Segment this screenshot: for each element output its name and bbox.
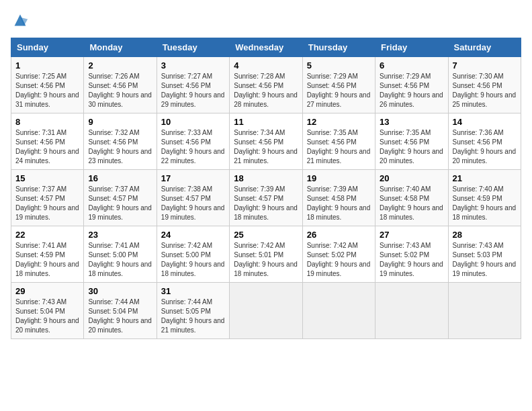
day-info: Sunrise: 7:32 AMSunset: 4:56 PMDaylight:… xyxy=(88,129,152,165)
calendar-body: 1 Sunrise: 7:25 AMSunset: 4:56 PMDayligh… xyxy=(11,57,521,339)
calendar-cell: 11 Sunrise: 7:34 AMSunset: 4:56 PMDaylig… xyxy=(230,113,302,170)
calendar-cell: 29 Sunrise: 7:43 AMSunset: 5:04 PMDaylig… xyxy=(11,283,84,339)
day-number: 19 xyxy=(307,173,371,183)
calendar-cell: 20 Sunrise: 7:40 AMSunset: 4:58 PMDaylig… xyxy=(375,170,448,226)
calendar-cell: 27 Sunrise: 7:43 AMSunset: 5:02 PMDaylig… xyxy=(375,226,448,283)
day-number: 3 xyxy=(161,60,225,71)
day-number: 1 xyxy=(15,60,79,71)
calendar-cell: 30 Sunrise: 7:44 AMSunset: 5:04 PMDaylig… xyxy=(84,283,157,339)
day-info: Sunrise: 7:39 AMSunset: 4:57 PMDaylight:… xyxy=(234,185,298,221)
calendar-cell xyxy=(448,283,521,339)
dow-header-wednesday: Wednesday xyxy=(230,38,302,57)
day-number: 6 xyxy=(380,60,443,71)
day-number: 18 xyxy=(234,173,298,183)
calendar-cell: 17 Sunrise: 7:38 AMSunset: 4:57 PMDaylig… xyxy=(157,170,229,226)
day-number: 14 xyxy=(453,117,517,127)
day-number: 25 xyxy=(234,230,298,240)
day-number: 8 xyxy=(15,117,79,127)
day-info: Sunrise: 7:42 AMSunset: 5:02 PMDaylight:… xyxy=(307,242,371,277)
dow-header-monday: Monday xyxy=(84,38,157,57)
day-info: Sunrise: 7:33 AMSunset: 4:56 PMDaylight:… xyxy=(161,129,225,165)
day-info: Sunrise: 7:35 AMSunset: 4:56 PMDaylight:… xyxy=(307,129,371,165)
calendar-cell: 1 Sunrise: 7:25 AMSunset: 4:56 PMDayligh… xyxy=(11,57,84,113)
day-number: 2 xyxy=(88,60,152,71)
header xyxy=(11,11,521,30)
day-info: Sunrise: 7:43 AMSunset: 5:04 PMDaylight:… xyxy=(15,298,79,334)
day-number: 15 xyxy=(15,173,79,183)
day-number: 22 xyxy=(15,230,79,240)
day-info: Sunrise: 7:44 AMSunset: 5:04 PMDaylight:… xyxy=(88,298,152,334)
calendar-week-row: 8 Sunrise: 7:31 AMSunset: 4:56 PMDayligh… xyxy=(11,113,521,170)
day-number: 28 xyxy=(453,230,517,240)
calendar-week-row: 15 Sunrise: 7:37 AMSunset: 4:57 PMDaylig… xyxy=(11,170,521,226)
calendar-cell xyxy=(302,283,375,339)
logo xyxy=(11,11,31,30)
calendar-cell: 3 Sunrise: 7:27 AMSunset: 4:56 PMDayligh… xyxy=(157,57,229,113)
dow-header-friday: Friday xyxy=(375,38,448,57)
day-number: 23 xyxy=(88,230,152,240)
calendar-cell xyxy=(375,283,448,339)
calendar-week-row: 22 Sunrise: 7:41 AMSunset: 4:59 PMDaylig… xyxy=(11,226,521,283)
calendar-cell: 13 Sunrise: 7:35 AMSunset: 4:56 PMDaylig… xyxy=(375,113,448,170)
day-info: Sunrise: 7:27 AMSunset: 4:56 PMDaylight:… xyxy=(161,73,225,108)
day-info: Sunrise: 7:43 AMSunset: 5:03 PMDaylight:… xyxy=(453,242,517,277)
day-info: Sunrise: 7:38 AMSunset: 4:57 PMDaylight:… xyxy=(161,185,225,221)
day-number: 10 xyxy=(161,117,225,127)
day-number: 24 xyxy=(161,230,225,240)
day-number: 16 xyxy=(88,173,152,183)
day-info: Sunrise: 7:44 AMSunset: 5:05 PMDaylight:… xyxy=(161,298,225,334)
calendar-cell: 7 Sunrise: 7:30 AMSunset: 4:56 PMDayligh… xyxy=(448,57,521,113)
day-number: 9 xyxy=(88,117,152,127)
calendar-cell: 15 Sunrise: 7:37 AMSunset: 4:57 PMDaylig… xyxy=(11,170,84,226)
calendar-cell: 25 Sunrise: 7:42 AMSunset: 5:01 PMDaylig… xyxy=(230,226,302,283)
day-info: Sunrise: 7:42 AMSunset: 5:00 PMDaylight:… xyxy=(161,242,225,277)
dow-header-sunday: Sunday xyxy=(11,38,84,57)
day-info: Sunrise: 7:36 AMSunset: 4:56 PMDaylight:… xyxy=(453,129,517,165)
day-number: 5 xyxy=(307,60,371,71)
day-info: Sunrise: 7:37 AMSunset: 4:57 PMDaylight:… xyxy=(15,185,79,221)
day-number: 30 xyxy=(88,286,152,296)
calendar-cell: 26 Sunrise: 7:42 AMSunset: 5:02 PMDaylig… xyxy=(302,226,375,283)
day-info: Sunrise: 7:41 AMSunset: 4:59 PMDaylight:… xyxy=(15,242,79,277)
calendar-week-row: 1 Sunrise: 7:25 AMSunset: 4:56 PMDayligh… xyxy=(11,57,521,113)
day-number: 13 xyxy=(380,117,443,127)
calendar-cell xyxy=(230,283,302,339)
calendar-cell: 12 Sunrise: 7:35 AMSunset: 4:56 PMDaylig… xyxy=(302,113,375,170)
calendar-cell: 21 Sunrise: 7:40 AMSunset: 4:59 PMDaylig… xyxy=(448,170,521,226)
day-info: Sunrise: 7:39 AMSunset: 4:58 PMDaylight:… xyxy=(307,185,371,221)
day-info: Sunrise: 7:28 AMSunset: 4:56 PMDaylight:… xyxy=(234,73,298,108)
calendar-week-row: 29 Sunrise: 7:43 AMSunset: 5:04 PMDaylig… xyxy=(11,283,521,339)
day-info: Sunrise: 7:42 AMSunset: 5:01 PMDaylight:… xyxy=(234,242,298,277)
day-info: Sunrise: 7:43 AMSunset: 5:02 PMDaylight:… xyxy=(380,242,443,277)
day-info: Sunrise: 7:35 AMSunset: 4:56 PMDaylight:… xyxy=(380,129,443,165)
calendar-cell: 14 Sunrise: 7:36 AMSunset: 4:56 PMDaylig… xyxy=(448,113,521,170)
day-info: Sunrise: 7:30 AMSunset: 4:56 PMDaylight:… xyxy=(453,73,517,108)
day-number: 20 xyxy=(380,173,443,183)
day-info: Sunrise: 7:25 AMSunset: 4:56 PMDaylight:… xyxy=(15,73,79,108)
day-number: 12 xyxy=(307,117,371,127)
day-number: 11 xyxy=(234,117,298,127)
calendar-cell: 2 Sunrise: 7:26 AMSunset: 4:56 PMDayligh… xyxy=(84,57,157,113)
day-number: 7 xyxy=(453,60,517,71)
dow-header-tuesday: Tuesday xyxy=(157,38,229,57)
day-number: 26 xyxy=(307,230,371,240)
calendar-cell: 8 Sunrise: 7:31 AMSunset: 4:56 PMDayligh… xyxy=(11,113,84,170)
day-number: 27 xyxy=(380,230,443,240)
calendar-cell: 6 Sunrise: 7:29 AMSunset: 4:56 PMDayligh… xyxy=(375,57,448,113)
day-number: 31 xyxy=(161,286,225,296)
calendar-cell: 23 Sunrise: 7:41 AMSunset: 5:00 PMDaylig… xyxy=(84,226,157,283)
day-info: Sunrise: 7:26 AMSunset: 4:56 PMDaylight:… xyxy=(88,73,152,108)
day-info: Sunrise: 7:40 AMSunset: 4:58 PMDaylight:… xyxy=(380,185,443,221)
calendar-cell: 28 Sunrise: 7:43 AMSunset: 5:03 PMDaylig… xyxy=(448,226,521,283)
calendar-cell: 19 Sunrise: 7:39 AMSunset: 4:58 PMDaylig… xyxy=(302,170,375,226)
calendar-cell: 4 Sunrise: 7:28 AMSunset: 4:56 PMDayligh… xyxy=(230,57,302,113)
day-number: 4 xyxy=(234,60,298,71)
calendar-cell: 9 Sunrise: 7:32 AMSunset: 4:56 PMDayligh… xyxy=(84,113,157,170)
dow-header-saturday: Saturday xyxy=(448,38,521,57)
calendar-cell: 18 Sunrise: 7:39 AMSunset: 4:57 PMDaylig… xyxy=(230,170,302,226)
day-info: Sunrise: 7:41 AMSunset: 5:00 PMDaylight:… xyxy=(88,242,152,277)
calendar-cell: 5 Sunrise: 7:29 AMSunset: 4:56 PMDayligh… xyxy=(302,57,375,113)
day-info: Sunrise: 7:31 AMSunset: 4:56 PMDaylight:… xyxy=(15,129,79,165)
day-number: 21 xyxy=(453,173,517,183)
calendar-cell: 24 Sunrise: 7:42 AMSunset: 5:00 PMDaylig… xyxy=(157,226,229,283)
